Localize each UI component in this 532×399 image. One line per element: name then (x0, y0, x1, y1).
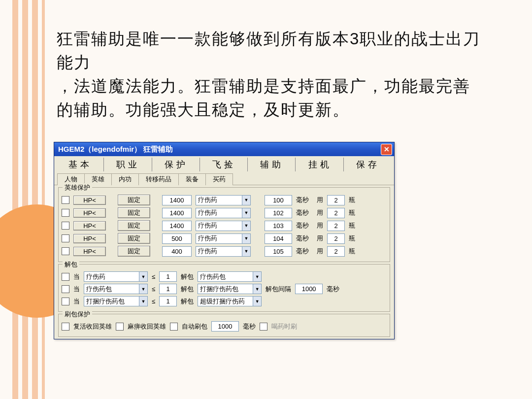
input-unpack-interval[interactable] (295, 284, 323, 294)
btn-fixed[interactable]: 固定 (118, 246, 150, 257)
lbl-paralyze-recall: 麻痹收回英雄 (128, 322, 166, 331)
chevron-down-icon: ▼ (253, 284, 261, 294)
lbl-bottle: 瓶 (349, 196, 355, 204)
input-delay[interactable] (265, 233, 292, 244)
combo-unpack-item[interactable]: 打捆疗伤药包▼ (84, 296, 148, 306)
combo-unpack-pack[interactable]: 超级打捆疗伤药▼ (198, 296, 262, 306)
btn-hp[interactable]: HP< (73, 247, 106, 256)
chevron-down-icon: ▼ (139, 284, 147, 294)
close-icon: ✕ (384, 145, 390, 153)
input-unpack-count[interactable] (159, 284, 177, 294)
btn-fixed[interactable]: 固定 (118, 207, 150, 218)
tab-assist[interactable]: 辅助 (249, 158, 296, 171)
input-delay[interactable] (265, 195, 292, 205)
combo-potion[interactable]: 疗伤药▼ (196, 195, 251, 205)
chk-unpack[interactable] (62, 285, 69, 293)
lbl-ms: 毫秒 (296, 221, 309, 230)
lbl-le: ≤ (152, 298, 155, 305)
chevron-down-icon: ▼ (253, 272, 261, 281)
combo-value: 打捆疗伤药包 (198, 285, 253, 294)
close-button[interactable]: ✕ (381, 144, 392, 155)
input-qty[interactable] (327, 246, 345, 257)
input-delay[interactable] (265, 221, 292, 231)
input-unpack-count[interactable] (159, 271, 177, 282)
subtab-equip[interactable]: 装备 (178, 173, 206, 185)
chk-protect[interactable] (62, 247, 69, 255)
btn-hp[interactable]: HP< (73, 221, 106, 231)
input-qty[interactable] (327, 195, 345, 205)
tab-protect[interactable]: 保护 (153, 158, 200, 171)
combo-value: 疗伤药 (84, 272, 139, 281)
combo-unpack-pack[interactable]: 疗伤药包▼ (198, 271, 262, 282)
btn-fixed[interactable]: 固定 (118, 195, 150, 205)
chk-paralyze-recall[interactable] (116, 323, 124, 331)
input-delay[interactable] (265, 246, 292, 257)
chk-protect[interactable] (62, 222, 69, 230)
combo-potion[interactable]: 疗伤药▼ (196, 221, 251, 231)
chk-drink-when-refresh[interactable] (260, 323, 267, 331)
combo-unpack-item[interactable]: 疗伤药包▼ (84, 284, 148, 294)
chevron-down-icon: ▼ (139, 272, 147, 281)
chevron-down-icon: ▼ (253, 297, 261, 306)
protect-row: HP<固定疗伤药▼毫秒用瓶 (62, 195, 387, 205)
lbl-ms: 毫秒 (296, 208, 309, 217)
lbl-use: 用 (317, 196, 323, 204)
btn-hp[interactable]: HP< (73, 196, 106, 205)
chk-protect[interactable] (62, 209, 69, 217)
combo-unpack-item[interactable]: 疗伤药▼ (84, 271, 148, 282)
combo-value: 疗伤药 (196, 208, 242, 217)
unpack-row: 当疗伤药包▼≤解包打捆疗伤药包▼解包间隔毫秒 (62, 284, 387, 294)
lbl-bottle: 瓶 (349, 247, 355, 256)
slide-caption: 狂雷辅助是唯一一款能够做到所有版本3职业的战士出刀能力 ，法道魔法能力。狂雷辅助… (57, 27, 485, 121)
window-title: HGEM2（legendofmir） 狂雷辅助 (58, 145, 173, 154)
combo-value: 打捆疗伤药包 (84, 297, 139, 306)
lbl-use: 用 (317, 221, 323, 230)
combo-value: 疗伤药包 (198, 272, 253, 281)
input-qty[interactable] (327, 221, 345, 231)
input-threshold[interactable] (162, 208, 192, 218)
input-threshold[interactable] (162, 195, 192, 205)
combo-value: 疗伤药 (196, 196, 242, 204)
group-hero-protect-legend: 英雄保护 (63, 183, 92, 192)
tab-class[interactable]: 职业 (105, 158, 152, 171)
input-qty[interactable] (327, 208, 345, 218)
input-qty[interactable] (327, 233, 345, 244)
btn-fixed[interactable]: 固定 (118, 220, 150, 231)
input-threshold[interactable] (162, 221, 192, 231)
tab-bot[interactable]: 挂机 (297, 158, 343, 171)
subtab-buy[interactable]: 买药 (205, 173, 233, 185)
protect-row: HP<固定疗伤药▼毫秒用瓶 (62, 233, 387, 244)
chk-protect[interactable] (62, 234, 69, 242)
btn-hp[interactable]: HP< (73, 208, 106, 218)
chk-unpack[interactable] (62, 273, 69, 281)
input-unpack-count[interactable] (159, 296, 177, 306)
lbl-unpack-interval: 解包间隔 (266, 285, 291, 294)
input-delay[interactable] (265, 208, 292, 218)
unpack-row: 当打捆疗伤药包▼≤解包超级打捆疗伤药▼ (62, 296, 387, 306)
btn-hp[interactable]: HP< (73, 234, 106, 243)
lbl-auto-refresh: 自动刷包 (182, 322, 207, 331)
tab-basic[interactable]: 基本 (57, 158, 104, 171)
tab-save[interactable]: 保存 (345, 158, 391, 171)
combo-value: 疗伤药包 (84, 285, 139, 294)
combo-potion[interactable]: 疗伤药▼ (196, 246, 251, 257)
input-threshold[interactable] (162, 233, 192, 244)
titlebar[interactable]: HGEM2（legendofmir） 狂雷辅助 ✕ (54, 142, 394, 156)
input-threshold[interactable] (162, 246, 192, 257)
combo-potion[interactable]: 疗伤药▼ (196, 233, 251, 244)
chk-auto-refresh[interactable] (170, 323, 178, 331)
tab-pickup[interactable]: 飞捡 (201, 158, 248, 171)
protect-row: HP<固定疗伤药▼毫秒用瓶 (62, 207, 387, 218)
input-refresh-interval[interactable] (211, 321, 239, 332)
subtab-transfer[interactable]: 转移药品 (138, 173, 179, 185)
subtab-innerskill[interactable]: 内功 (111, 173, 139, 185)
group-unpack: 解包 当疗伤药▼≤解包疗伤药包▼当疗伤药包▼≤解包打捆疗伤药包▼解包间隔毫秒当打… (58, 264, 390, 312)
combo-potion[interactable]: 疗伤药▼ (196, 208, 251, 218)
lbl-bottle: 瓶 (349, 234, 355, 243)
lbl-ms: 毫秒 (296, 234, 309, 243)
btn-fixed[interactable]: 固定 (118, 233, 150, 244)
chk-revive-recall[interactable] (62, 323, 69, 331)
chk-unpack[interactable] (62, 298, 69, 305)
chk-protect[interactable] (62, 196, 69, 204)
combo-unpack-pack[interactable]: 打捆疗伤药包▼ (198, 284, 262, 294)
